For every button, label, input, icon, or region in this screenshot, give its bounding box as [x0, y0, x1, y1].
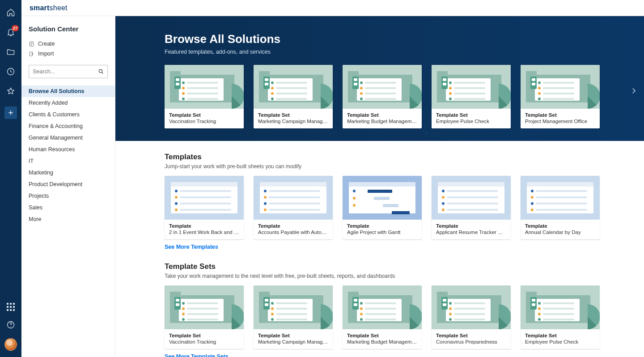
sheet-icon	[29, 41, 34, 47]
sidebar-item-marketing[interactable]: Marketing	[21, 167, 115, 178]
template-card[interactable]: TemplateAnnual Calendar by Day	[521, 176, 600, 239]
help-icon[interactable]	[6, 320, 15, 329]
card-title: Vaccination Tracking	[169, 119, 239, 124]
sidebar-item-projects[interactable]: Projects	[21, 190, 115, 202]
card-kicker: Template	[347, 223, 417, 229]
card-kicker: Template Set	[436, 112, 506, 118]
template-set-card[interactable]: Template SetVaccination Tracking	[165, 285, 244, 349]
card-kicker: Template Set	[347, 112, 417, 118]
card-kicker: Template Set	[258, 333, 328, 338]
card-title: Accounts Payable with Autom...	[258, 230, 328, 235]
svg-rect-38	[392, 211, 410, 214]
apps-icon[interactable]	[6, 302, 15, 311]
template-card[interactable]: Template2 in 1 Event Work Back and RACI	[165, 176, 244, 239]
hero-card[interactable]: Template SetMarketing Campaign Manage...	[254, 65, 333, 128]
brand-part2: sheet	[50, 4, 68, 12]
sidebar-item-finance-accounting[interactable]: Finance & Accounting	[21, 120, 115, 132]
card-kicker: Template	[525, 223, 595, 229]
section-heading: Templates	[165, 153, 617, 162]
template-set-thumb	[432, 285, 511, 329]
template-set-thumb	[343, 65, 422, 109]
template-set-card[interactable]: Template SetCoronavirus Preparedness	[432, 285, 511, 349]
see-more-template-sets[interactable]: See More Template Sets	[165, 353, 229, 357]
import-icon	[29, 51, 34, 57]
workspace: smartsheet Solution Center Create Import	[21, 0, 644, 357]
template-set-card[interactable]: Template SetEmployee Pulse Check	[521, 285, 600, 349]
body: Solution Center Create Import Browse All…	[21, 16, 644, 357]
card-title: Marketing Campaign Manage...	[258, 339, 328, 344]
card-kicker: Template Set	[525, 333, 595, 338]
search-icon	[98, 68, 104, 75]
template-set-thumb	[432, 65, 511, 109]
section-subtitle: Take your work management to the next le…	[165, 273, 617, 279]
create-button[interactable]	[4, 106, 17, 119]
sidebar-item-recently-added[interactable]: Recently Added	[21, 97, 115, 109]
sidebar-item-browse-all[interactable]: Browse All Solutions	[21, 85, 115, 97]
card-kicker: Template Set	[169, 333, 239, 338]
svg-point-4	[99, 69, 102, 72]
avatar[interactable]	[4, 338, 17, 351]
template-thumb	[432, 176, 511, 220]
template-card[interactable]: TemplateApplicant Resume Tracker wit...	[432, 176, 511, 239]
templates-cards: Template2 in 1 Event Work Back and RACI …	[165, 176, 617, 239]
template-sets-cards: Template SetVaccination Tracking Templat…	[165, 285, 617, 349]
import-action[interactable]: Import	[29, 49, 108, 59]
sidebar-item-general-management[interactable]: General Management	[21, 132, 115, 144]
card-kicker: Template Set	[258, 112, 328, 118]
template-card[interactable]: TemplateAccounts Payable with Autom...	[254, 176, 333, 239]
home-icon[interactable]	[6, 8, 15, 17]
brand-bar: smartsheet	[21, 0, 644, 16]
sidebar-item-more[interactable]: More	[21, 213, 115, 225]
template-set-thumb	[165, 65, 244, 109]
section-heading: Template Sets	[165, 262, 617, 271]
card-title: Applicant Resume Tracker wit...	[436, 230, 506, 235]
svg-rect-35	[374, 197, 390, 200]
template-set-card[interactable]: Template SetMarketing Campaign Manage...	[254, 285, 333, 349]
rail-bottom	[4, 302, 17, 357]
template-card[interactable]: TemplateAgile Project with Gantt	[343, 176, 422, 239]
svg-rect-31	[349, 182, 415, 187]
svg-point-34	[353, 197, 356, 200]
card-title: Annual Calendar by Day	[525, 230, 595, 235]
see-more-templates[interactable]: See More Templates	[165, 244, 218, 250]
main[interactable]: Browse All Solutions Featured templates,…	[115, 16, 644, 357]
hero-title: Browse All Solutions	[165, 32, 644, 46]
svg-point-32	[353, 190, 356, 192]
card-title: Coronavirus Preparedness	[436, 339, 506, 344]
sidebar-item-product-development[interactable]: Product Development	[21, 178, 115, 190]
search-input[interactable]	[29, 65, 108, 78]
template-gantt-thumb	[343, 176, 422, 220]
card-kicker: Template	[169, 223, 239, 229]
template-set-thumb	[521, 65, 600, 109]
template-thumb	[165, 176, 244, 220]
card-title: Vaccination Tracking	[169, 339, 239, 344]
card-kicker: Template Set	[169, 112, 239, 118]
create-action[interactable]: Create	[29, 39, 108, 49]
sidebar-item-it[interactable]: IT	[21, 155, 115, 167]
notifications-icon[interactable]: 27	[6, 28, 15, 37]
recents-icon[interactable]	[6, 67, 15, 76]
templates-section: Templates Jump-start your work with pre-…	[115, 141, 644, 251]
card-title: Employee Pulse Check	[436, 119, 506, 124]
section-subtitle: Jump-start your work with pre-built shee…	[165, 163, 617, 170]
hero-card[interactable]: Template SetMarketing Budget Management	[343, 65, 422, 128]
sidebar-item-human-resources[interactable]: Human Resources	[21, 144, 115, 155]
sidebar-item-sales[interactable]: Sales	[21, 202, 115, 213]
svg-point-36	[353, 204, 356, 207]
hero-card[interactable]: Template SetProject Management Office	[521, 65, 600, 128]
hero-card[interactable]: Template SetEmployee Pulse Check	[432, 65, 511, 128]
hero-cards: Template SetVaccination Tracking Templat…	[165, 65, 644, 128]
search-wrap	[29, 65, 108, 78]
template-thumb	[521, 176, 600, 220]
template-set-thumb	[521, 285, 600, 329]
brand-part1: smart	[30, 4, 50, 12]
hero-subtitle: Featured templates, add-ons, and service…	[165, 49, 644, 55]
hero-card[interactable]: Template SetVaccination Tracking	[165, 65, 244, 128]
carousel-next-button[interactable]	[630, 87, 638, 95]
favorites-icon[interactable]	[6, 87, 15, 96]
sidebar-title: Solution Center	[29, 25, 108, 33]
sidebar-item-clients-customers[interactable]: Clients & Customers	[21, 109, 115, 120]
template-set-card[interactable]: Template SetMarketing Budget Management	[343, 285, 422, 349]
card-kicker: Template Set	[347, 333, 417, 338]
folder-icon[interactable]	[6, 47, 15, 56]
